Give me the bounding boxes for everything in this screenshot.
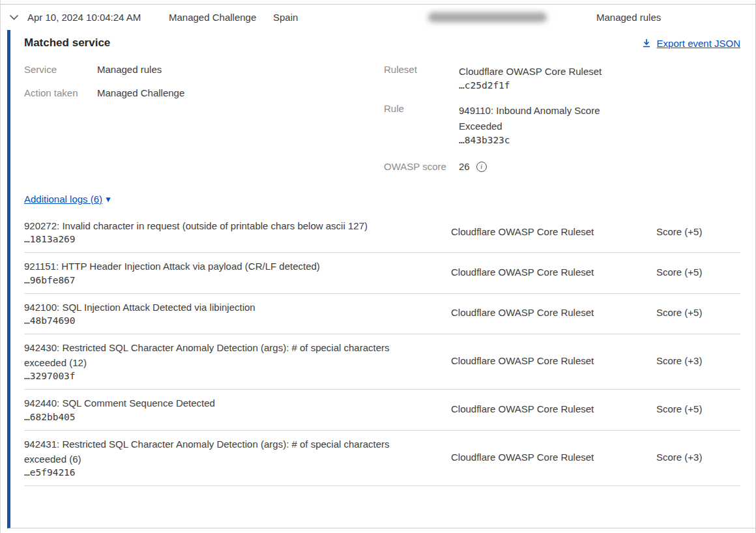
additional-logs-label: Additional logs (6) (24, 194, 102, 205)
log-table-row: 942440: SQL Comment Sequence Detected …6… (24, 390, 740, 430)
details-right-column: Ruleset Cloudflare OWASP Core Ruleset …c… (384, 64, 740, 184)
panel-header: Matched service Export event JSON (24, 36, 740, 50)
log-rule-id-hash: …48b74690 (24, 315, 438, 326)
redacted-value (428, 12, 547, 22)
collapse-row-button[interactable] (1, 14, 19, 20)
log-table-row: 921151: HTTP Header Injection Attack via… (24, 253, 740, 293)
log-rule-description: 942430: Restricted SQL Character Anomaly… (24, 340, 415, 371)
chevron-down-icon (9, 14, 19, 20)
log-rule-id-hash: …e5f94216 (24, 467, 438, 478)
owasp-score-label: OWASP score (384, 161, 459, 172)
log-ruleset-name: Cloudflare OWASP Core Ruleset (451, 266, 656, 278)
additional-logs-toggle[interactable]: Additional logs (6) ▼ (24, 194, 112, 205)
rule-row: Rule 949110: Inbound Anomaly Score Excee… (384, 103, 740, 145)
info-icon[interactable]: i (476, 162, 487, 172)
log-table-row: 942431: Restricted SQL Character Anomaly… (24, 431, 740, 487)
log-rule-id-hash: …1813a269 (24, 234, 438, 244)
event-country: Spain (273, 12, 428, 23)
export-link-label: Export event JSON (657, 38, 740, 49)
log-ruleset-name: Cloudflare OWASP Core Ruleset (451, 307, 656, 318)
log-rule-description: 942440: SQL Comment Sequence Detected (24, 396, 415, 411)
ruleset-row: Ruleset Cloudflare OWASP Core Ruleset …c… (384, 64, 740, 91)
additional-logs-table: 920272: Invalid character in request (ou… (24, 212, 740, 486)
event-service: Managed rules (596, 12, 661, 23)
owasp-score-value: 26 (459, 161, 470, 172)
log-score: Score (+3) (656, 355, 740, 366)
log-ruleset-name: Cloudflare OWASP Core Ruleset (451, 452, 656, 463)
log-table-row: 942100: SQL Injection Attack Detected vi… (24, 294, 740, 334)
event-host-redacted (428, 12, 559, 22)
log-rule-id-hash: …96bfe867 (24, 275, 438, 285)
event-summary-row[interactable]: Apr 10, 2024 10:04:24 AM Managed Challen… (1, 5, 755, 30)
log-score: Score (+3) (656, 452, 740, 463)
rule-label: Rule (384, 103, 459, 145)
log-table-row: 942430: Restricted SQL Character Anomaly… (24, 334, 740, 390)
ruleset-value: Cloudflare OWASP Core Ruleset (459, 64, 602, 79)
action-taken-label: Action taken (24, 87, 97, 98)
action-taken-row: Action taken Managed Challenge (24, 87, 384, 98)
matched-service-details: Service Managed rules Action taken Manag… (24, 64, 740, 184)
rule-value: 949110: Inbound Anomaly Score Exceeded (459, 103, 615, 134)
event-detail-panel: Matched service Export event JSON Servic… (7, 30, 755, 528)
export-event-json-link[interactable]: Export event JSON (641, 38, 740, 49)
log-rule-description: 920272: Invalid character in request (ou… (24, 218, 415, 233)
log-score: Score (+5) (656, 226, 740, 237)
table-top-divider (1, 0, 755, 5)
log-table-row: 920272: Invalid character in request (ou… (24, 212, 740, 253)
log-rule-id-hash: …3297003f (24, 371, 438, 381)
log-score: Score (+5) (656, 307, 740, 318)
caret-down-icon: ▼ (104, 195, 112, 204)
page-title: Matched service (24, 36, 110, 50)
log-score: Score (+5) (656, 266, 740, 278)
ruleset-label: Ruleset (384, 64, 459, 91)
log-rule-description: 942431: Restricted SQL Character Anomaly… (24, 437, 415, 467)
log-ruleset-name: Cloudflare OWASP Core Ruleset (451, 226, 656, 237)
owasp-score-row: OWASP score 26 i (384, 161, 740, 172)
log-ruleset-name: Cloudflare OWASP Core Ruleset (451, 403, 656, 414)
log-ruleset-name: Cloudflare OWASP Core Ruleset (451, 355, 656, 366)
event-action: Managed Challenge (169, 12, 273, 23)
service-row: Service Managed rules (24, 64, 384, 75)
rule-id-hash: …843b323c (459, 135, 615, 145)
download-icon (641, 38, 652, 48)
log-rule-description: 921151: HTTP Header Injection Attack via… (24, 259, 415, 274)
log-score: Score (+5) (656, 403, 740, 414)
service-value: Managed rules (97, 64, 162, 75)
log-rule-id-hash: …682bb405 (24, 412, 438, 422)
log-rule-description: 942100: SQL Injection Attack Detected vi… (24, 300, 415, 315)
details-left-column: Service Managed rules Action taken Manag… (24, 64, 384, 184)
firewall-event-panel: Apr 10, 2024 10:04:24 AM Managed Challen… (0, 0, 756, 533)
event-timestamp: Apr 10, 2024 10:04:24 AM (19, 12, 169, 23)
action-taken-value: Managed Challenge (97, 87, 184, 98)
service-label: Service (24, 64, 97, 75)
ruleset-id-hash: …c25d2f1f (459, 80, 602, 91)
